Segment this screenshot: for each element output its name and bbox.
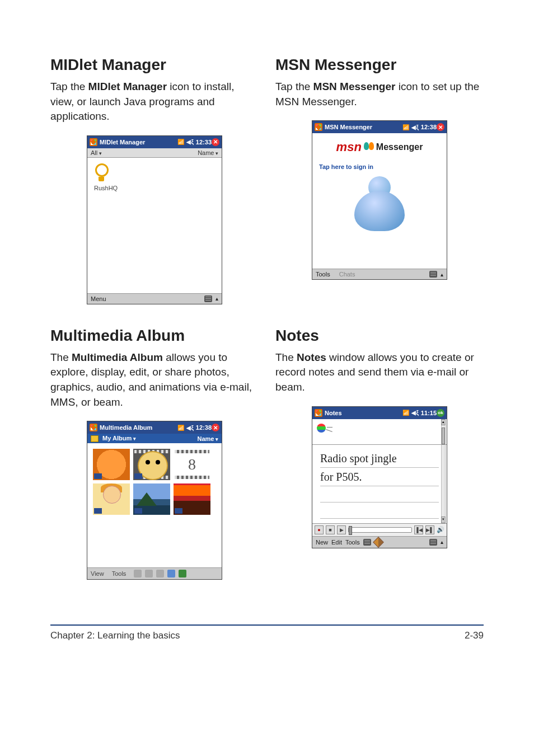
album-desc-pre: The bbox=[50, 351, 72, 363]
msn-menubar: Tools Chats ▴ bbox=[312, 269, 447, 279]
buddy-icon bbox=[349, 173, 410, 234]
midlet-content: RushHQ bbox=[87, 158, 222, 293]
msn-clock: 12:38 bbox=[421, 124, 437, 130]
notes-text-area[interactable]: Radio spot jingle for P505. ▾ bbox=[312, 445, 447, 523]
stop-button[interactable]: ■ bbox=[326, 525, 335, 534]
notes-clock: 11:15 bbox=[421, 410, 437, 416]
notes-menu-edit[interactable]: Edit bbox=[331, 539, 342, 546]
album-tool-icon-1[interactable] bbox=[134, 570, 142, 577]
msn-title: MSN Messenger bbox=[325, 124, 402, 130]
album-thumb-5[interactable] bbox=[133, 483, 170, 515]
msn-desc: Tap the MSN Messenger icon to set up the… bbox=[275, 79, 484, 109]
notes-scrollbar-2[interactable]: ▾ bbox=[441, 445, 446, 523]
record-button[interactable]: ● bbox=[315, 525, 324, 534]
notes-rule-3 bbox=[320, 486, 439, 503]
msn-desc-bold: MSN Messenger bbox=[313, 81, 396, 92]
album-thumb-1[interactable] bbox=[93, 449, 130, 480]
butterfly-icon bbox=[364, 142, 374, 152]
section-notes: Notes The Notes window allows you to cre… bbox=[275, 327, 484, 602]
msn-menu-chats: Chats bbox=[339, 271, 355, 278]
album-shot: Multimedia Album 📶 ◀ξ 12:38 ✕ My Album bbox=[87, 421, 222, 580]
volume-icon: ◀ξ bbox=[186, 425, 193, 431]
start-icon[interactable] bbox=[315, 123, 322, 131]
volume-icon: ◀ξ bbox=[411, 124, 418, 130]
notes-content[interactable]: ▴ Radio spot jingle for P505. ▾ bbox=[312, 419, 447, 548]
sip-icon[interactable] bbox=[429, 271, 437, 278]
album-clock: 12:38 bbox=[196, 424, 212, 431]
camera-icon[interactable] bbox=[179, 570, 186, 577]
midlet-desc-bold: MIDlet Manager bbox=[88, 81, 167, 92]
midlet-clock: 12:33 bbox=[196, 139, 212, 145]
sip-arrow-icon[interactable]: ▴ bbox=[441, 539, 443, 545]
play-button[interactable]: ▶ bbox=[337, 525, 346, 534]
notes-shot-wrap: Notes 📶 ◀ξ 11:15 ok bbox=[275, 406, 484, 548]
scroll-track[interactable] bbox=[441, 445, 446, 516]
row-1: MIDlet Manager Tap the MIDlet Manager ic… bbox=[50, 56, 484, 327]
start-icon[interactable] bbox=[90, 424, 97, 431]
album-sort-dropdown[interactable]: Name bbox=[198, 435, 218, 442]
signal-icon: 📶 bbox=[402, 410, 409, 416]
status-area: 📶 ◀ξ 12:38 bbox=[177, 424, 212, 431]
sip-arrow-icon[interactable]: ▴ bbox=[441, 271, 443, 278]
album-thumb-4[interactable] bbox=[93, 483, 130, 515]
msn-content: msn Messenger Tap here to sign in bbox=[312, 133, 447, 269]
scroll-track[interactable] bbox=[441, 425, 446, 444]
sip-arrow-icon[interactable]: ▴ bbox=[216, 295, 218, 302]
midlet-item-icon[interactable] bbox=[95, 163, 107, 182]
msn-logo: msn Messenger bbox=[316, 140, 443, 154]
album-desc-bold: Multimedia Album bbox=[72, 351, 163, 363]
midlet-sort-dropdown[interactable]: Name bbox=[198, 149, 218, 156]
album-tool-icon-3[interactable] bbox=[156, 570, 164, 577]
album-menu-view[interactable]: View bbox=[91, 570, 104, 577]
status-area: 📶 ◀ξ 11:15 bbox=[402, 410, 437, 416]
msn-logo-sub: Messenger bbox=[376, 142, 423, 152]
midlet-menu[interactable]: Menu bbox=[91, 295, 106, 302]
sip-icon[interactable] bbox=[429, 539, 437, 546]
album-thumb-2[interactable] bbox=[133, 449, 170, 480]
pen-icon[interactable] bbox=[373, 537, 384, 548]
notes-doodle bbox=[316, 422, 332, 439]
next-button[interactable]: ▶▌ bbox=[425, 525, 434, 534]
album-thumb-3[interactable]: 8 bbox=[174, 449, 210, 480]
album-tool-icon-4[interactable] bbox=[167, 570, 175, 577]
msn-menu-tools[interactable]: Tools bbox=[316, 271, 330, 278]
playback-slider[interactable] bbox=[348, 527, 412, 533]
album-menu-tools[interactable]: Tools bbox=[112, 570, 127, 577]
sip-icon[interactable] bbox=[204, 295, 212, 302]
album-thumb-6[interactable] bbox=[174, 483, 210, 515]
scroll-up-icon[interactable]: ▴ bbox=[441, 419, 446, 425]
signal-icon: 📶 bbox=[177, 139, 184, 145]
status-area: 📶 ◀ξ 12:38 bbox=[402, 124, 437, 130]
close-icon[interactable]: ✕ bbox=[212, 424, 219, 431]
scroll-down-icon[interactable]: ▾ bbox=[441, 516, 446, 523]
notes-playback-bar: ● ■ ▶ ▐◀ ▶▌ 🔊 bbox=[312, 523, 447, 536]
prev-button[interactable]: ▐◀ bbox=[414, 525, 423, 534]
sip-small-icon[interactable] bbox=[363, 539, 371, 546]
scroll-thumb[interactable] bbox=[442, 428, 445, 444]
notes-menubar: New Edit Tools ▴ bbox=[312, 536, 447, 548]
album-content: 8 bbox=[87, 443, 222, 567]
notes-scrollbar[interactable]: ▴ bbox=[441, 419, 446, 444]
ok-button[interactable]: ok bbox=[437, 409, 444, 417]
close-icon[interactable]: ✕ bbox=[437, 123, 444, 131]
volume-icon: ◀ξ bbox=[411, 410, 418, 416]
midlet-menubar: Menu ▴ bbox=[87, 293, 222, 304]
album-thumbs: 8 bbox=[91, 447, 218, 517]
msn-logo-text: msn bbox=[336, 140, 362, 154]
close-icon[interactable]: ✕ bbox=[212, 138, 219, 146]
footer-page: 2-39 bbox=[465, 630, 484, 641]
album-tool-icon-2[interactable] bbox=[145, 570, 153, 577]
volume-icon: ◀ξ bbox=[186, 139, 193, 145]
msn-signin-link[interactable]: Tap here to sign in bbox=[319, 163, 373, 170]
folder-icon bbox=[91, 435, 99, 442]
midlet-filter-dropdown[interactable]: All bbox=[91, 149, 102, 156]
notes-menu-tools[interactable]: Tools bbox=[345, 539, 360, 546]
row-2: Multimedia Album The Multimedia Album al… bbox=[50, 327, 484, 602]
album-title: Multimedia Album bbox=[100, 424, 177, 431]
midlet-desc-pre: Tap the bbox=[50, 81, 88, 92]
notes-menu-new[interactable]: New bbox=[316, 539, 328, 546]
speaker-icon[interactable]: 🔊 bbox=[437, 526, 444, 534]
album-folder-dropdown[interactable]: My Album bbox=[91, 435, 136, 442]
start-icon[interactable] bbox=[315, 409, 322, 417]
start-icon[interactable] bbox=[90, 138, 97, 146]
